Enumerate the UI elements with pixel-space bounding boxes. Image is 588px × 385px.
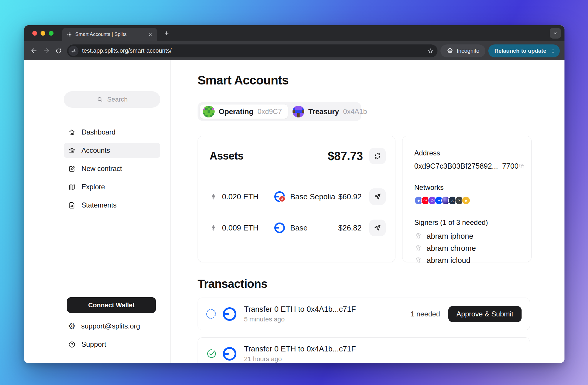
back-icon[interactable]	[28, 45, 40, 57]
account-tab-treasury[interactable]: Treasury 0x4A1b	[290, 104, 373, 119]
asset-value: $60.92	[338, 192, 362, 201]
main-panel: Smart Accounts	[171, 60, 564, 363]
fingerprint-icon	[414, 244, 422, 252]
search-placeholder: Search	[107, 96, 128, 103]
sidebar-item-label: Dashboard	[81, 128, 116, 136]
connect-wallet-label: Connect Wallet	[88, 301, 135, 309]
question-circle-icon	[68, 341, 76, 349]
sidebar-item-explore[interactable]: Explore	[64, 179, 160, 195]
transaction-title: Transfer 0 ETH to 0x4A1b...c71F	[244, 344, 356, 354]
url-text[interactable]: test.app.splits.org/smart-accounts/	[82, 47, 427, 54]
assets-heading: Assets	[210, 150, 243, 162]
base-network-icon	[223, 307, 236, 321]
support-email-label: support@splits.org	[81, 322, 140, 330]
forward-icon[interactable]	[40, 45, 52, 57]
reload-icon[interactable]	[52, 45, 65, 57]
account-tab-name: Operating	[219, 107, 253, 116]
base-network-icon	[223, 347, 236, 361]
incognito-badge: Incognito	[440, 44, 485, 57]
assets-total: $87.73	[328, 150, 363, 163]
account-tabs: Operating 0xd9C7	[198, 102, 361, 121]
send-icon	[374, 224, 381, 232]
bookmark-star-icon[interactable]	[427, 47, 434, 54]
account-tab-name: Treasury	[308, 107, 339, 116]
new-tab-icon[interactable]	[163, 30, 170, 36]
tab-title: Smart Accounts | Splits	[75, 31, 145, 37]
browser-menu-kebab-icon[interactable]	[550, 48, 556, 54]
sidebar-nav: Dashboard Accounts	[64, 125, 160, 213]
asset-network: Base	[290, 223, 338, 233]
copy-address-icon[interactable]	[519, 163, 526, 170]
account-tab-address: 0x4A1b	[343, 107, 367, 116]
refresh-button[interactable]	[369, 148, 386, 164]
page-title: Smart Accounts	[198, 73, 564, 87]
zoom-window-button[interactable]	[49, 31, 54, 36]
base-icon	[274, 223, 285, 233]
sidebar-item-new-contract[interactable]: New contract	[64, 161, 160, 176]
sidebar-item-accounts[interactable]: Accounts	[64, 143, 160, 158]
search-input[interactable]: Search	[64, 91, 160, 108]
operating-avatar	[203, 106, 215, 117]
bank-icon	[68, 147, 76, 155]
account-tab-operating[interactable]: Operating 0xd9C7	[200, 104, 288, 119]
transactions-heading: Transactions	[198, 277, 564, 291]
sidebar-item-support[interactable]: Support	[64, 337, 160, 352]
sidebar-item-label: Statements	[81, 201, 116, 209]
transaction-row[interactable]: Transfer 0 ETH to 0x4A1b...c71F 21 hours…	[198, 337, 530, 363]
incognito-label: Incognito	[457, 48, 480, 54]
browser-tab[interactable]: Smart Accounts | Splits	[62, 28, 157, 41]
connect-wallet-button[interactable]: Connect Wallet	[67, 297, 156, 313]
asset-network: Base Sepolia	[290, 192, 338, 201]
signatures-needed: 1 needed	[410, 310, 440, 318]
signer-list: abram iphone abram chrome	[414, 230, 519, 266]
signer-row: abram chrome	[414, 242, 519, 254]
sidebar-item-dashboard[interactable]: Dashboard	[64, 125, 160, 140]
asset-value: $26.82	[338, 223, 362, 233]
approve-submit-label: Approve & Submit	[457, 310, 513, 318]
gear-icon: ⚙	[68, 322, 76, 331]
home-icon	[68, 128, 76, 136]
close-window-button[interactable]	[32, 31, 37, 36]
minimize-window-button[interactable]	[41, 31, 45, 36]
edit-icon	[68, 165, 76, 173]
tab-strip: Smart Accounts | Splits	[24, 25, 564, 41]
send-button[interactable]	[369, 220, 386, 236]
transaction-row[interactable]: Transfer 0 ETH to 0x4A1b...c71F 5 minute…	[198, 298, 530, 330]
signer-name: abram icloud	[427, 256, 470, 265]
sidebar-item-label: Explore	[81, 183, 105, 191]
support-label: Support	[81, 340, 106, 349]
signer-row: abram icloud	[414, 254, 519, 266]
approve-submit-button[interactable]: Approve & Submit	[448, 306, 522, 322]
address-bar[interactable]: test.app.splits.org/smart-accounts/	[67, 44, 437, 57]
close-tab-icon[interactable]	[148, 32, 153, 37]
desktop-background: Smart Accounts | Splits	[0, 0, 588, 385]
asset-amount: 0.009 ETH	[222, 223, 274, 233]
window-controls	[32, 31, 54, 36]
account-tab-address: 0xd9C7	[258, 107, 282, 116]
document-chart-icon	[68, 201, 76, 209]
signer-name: abram iphone	[427, 232, 473, 241]
search-icon	[96, 96, 103, 103]
browser-window: Smart Accounts | Splits	[24, 25, 564, 363]
networks-row: ◆ OP ⬡ – △ ✕ ◆	[414, 196, 519, 205]
refresh-icon	[374, 152, 381, 160]
assets-card: Assets $87.73	[198, 136, 395, 262]
eth-icon	[210, 193, 217, 200]
site-settings-icon[interactable]	[69, 46, 78, 56]
asset-amount: 0.020 ETH	[222, 192, 274, 201]
treasury-avatar	[293, 106, 304, 117]
transaction-title: Transfer 0 ETH to 0x4A1b...c71F	[244, 305, 356, 314]
relaunch-to-update-button[interactable]: Relaunch to update	[488, 44, 560, 57]
tab-search-chevron-button[interactable]	[550, 28, 561, 39]
sidebar-item-support-email[interactable]: ⚙ support@splits.org	[64, 318, 160, 334]
address-label: Address	[414, 149, 519, 157]
base-sepolia-icon	[274, 191, 285, 202]
fingerprint-icon	[414, 256, 422, 264]
sidebar-item-label: New contract	[81, 165, 122, 173]
address-value: 0xd9C7c3B03Bf275892...	[414, 162, 498, 170]
signer-name: abram chrome	[427, 244, 476, 253]
sidebar-item-statements[interactable]: Statements	[64, 198, 160, 213]
fingerprint-icon	[414, 232, 422, 240]
app-content: Search Dashboard	[24, 60, 564, 363]
send-button[interactable]	[369, 188, 386, 205]
